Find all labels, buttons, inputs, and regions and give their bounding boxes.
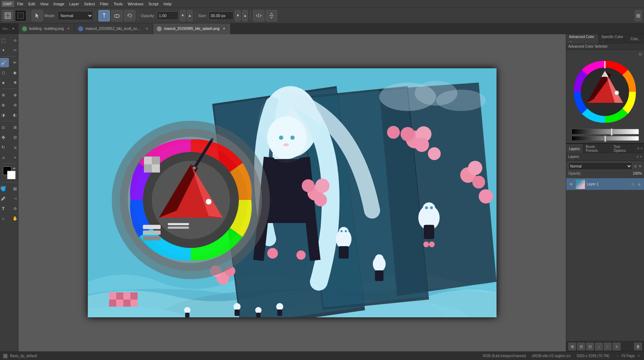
specific-color-tab[interactable]: Specific Color ... — [599, 34, 628, 43]
layer-panel-icon[interactable]: ≡ — [637, 147, 639, 150]
mypaint-tool[interactable]: ❋ — [9, 78, 18, 87]
scale-tool[interactable]: ⇲ — [9, 143, 18, 152]
tool-options-tab[interactable]: Tool Options — [611, 144, 636, 153]
layer-visibility-toggle[interactable]: 👁 — [568, 181, 574, 187]
gegl-tool[interactable]: ⊘ — [9, 204, 18, 213]
color-wheel-area[interactable]: ⊟ — [566, 50, 644, 143]
tab1-close[interactable]: × — [66, 26, 71, 31]
layer-mask-icon[interactable]: ◼ — [636, 181, 642, 187]
gradient-handle[interactable] — [611, 128, 613, 136]
flip-vertical-button[interactable] — [266, 10, 277, 21]
opacity-down-button[interactable]: ▼ — [180, 10, 186, 21]
move-layer-down-button[interactable]: ↓ — [595, 343, 603, 350]
menu-layer[interactable]: Layer — [67, 1, 81, 7]
hand-tool[interactable]: ✋ — [9, 214, 18, 223]
align-tool[interactable]: ⊞ — [9, 123, 18, 132]
crop-tool[interactable]: ⊟ — [9, 133, 18, 142]
layers-tab[interactable]: Layers — [566, 144, 583, 153]
advanced-color-tab[interactable]: Advanced Color ... — [566, 34, 599, 43]
opacity-up-button[interactable]: ▲ — [187, 10, 193, 21]
menu-filter[interactable]: Filter — [98, 1, 111, 7]
rotate-tool[interactable]: ↻ — [0, 143, 9, 152]
flip-horizontal-button[interactable] — [253, 10, 264, 21]
eraser-button[interactable] — [111, 10, 123, 21]
paint-brush-button[interactable] — [98, 10, 110, 21]
layer-chain-icon[interactable]: ⛓ — [630, 181, 635, 187]
rect-select-tool[interactable]: ⬚ — [0, 36, 9, 45]
menu-windows[interactable]: Windows — [125, 1, 146, 7]
menu-help[interactable]: Help — [161, 1, 174, 7]
menu-script[interactable]: Script — [146, 1, 161, 7]
ink-tool[interactable]: ◈ — [0, 78, 9, 87]
perspective-tool[interactable]: ⊠ — [0, 100, 9, 110]
zoom-out-button[interactable]: − — [615, 354, 620, 359]
duplicate-layer-button[interactable]: ⊡ — [586, 343, 594, 350]
desaturate-tool[interactable]: ◐ — [9, 110, 18, 120]
reset-button[interactable] — [124, 10, 135, 21]
color-tab3[interactable]: Colo... — [628, 34, 644, 43]
eyedropper-tool[interactable]: 💉 — [0, 194, 9, 203]
background-color[interactable] — [7, 171, 16, 179]
fg-color-button[interactable] — [15, 10, 26, 21]
size-up-button[interactable]: ▲ — [242, 10, 248, 21]
layer-settings-icon[interactable]: ⚙ — [634, 164, 637, 168]
layers-close-icon[interactable]: × — [640, 155, 642, 159]
perspective2-tool[interactable]: ⋄ — [9, 153, 18, 162]
tab-mascot-glow[interactable]: mascot_20150812_kiki_scott_cover_f_glow.… — [75, 23, 153, 34]
hue-slider[interactable] — [571, 136, 639, 141]
layers-options-icon[interactable]: ≡ — [637, 155, 639, 159]
move-layer-up-button[interactable]: ↑ — [604, 343, 612, 350]
layer-options-button[interactable]: ≡ — [613, 343, 621, 350]
tab2-close[interactable]: × — [144, 26, 149, 31]
paintbrush-tool[interactable]: 🖌 — [0, 58, 9, 67]
smudge-tool[interactable]: ⊜ — [9, 100, 18, 110]
opacity-input[interactable] — [157, 11, 178, 20]
text-tool[interactable]: T — [0, 204, 9, 213]
airbrush-tool[interactable]: ◉ — [9, 68, 18, 77]
color-options-icon[interactable]: ⊟ — [639, 52, 642, 57]
tab-mascot-splash[interactable]: mascot_20150905_kiki_splash.png × — [153, 23, 230, 34]
eraser-tool[interactable]: ◻ — [0, 68, 9, 77]
size-down-button[interactable]: ▼ — [235, 10, 241, 21]
layer-panel-close[interactable]: × — [640, 147, 643, 150]
tool-preset-button[interactable] — [2, 10, 14, 21]
gradient-tool[interactable]: ▤ — [9, 184, 18, 193]
dodge-burn-tool[interactable]: ◑ — [0, 110, 9, 120]
blend-mode-select[interactable]: Normal — [58, 11, 93, 20]
delete-layer-button[interactable]: 🗑 — [634, 343, 642, 350]
canvas-area[interactable] — [18, 34, 566, 351]
measure-tool[interactable]: ⊣ — [9, 194, 18, 203]
toolbox-close[interactable]: × — [11, 26, 16, 31]
menu-file[interactable]: File — [15, 1, 26, 7]
value-gradient-bar[interactable] — [571, 129, 639, 134]
menu-image[interactable]: Image — [51, 1, 66, 7]
brush-presets-tab[interactable]: Brush Presets — [583, 144, 611, 153]
zoom-in-button[interactable]: + — [636, 354, 641, 359]
swap-colors-icon[interactable]: ⇄ — [13, 166, 16, 170]
free-select-tool[interactable]: ⟡ — [9, 36, 18, 45]
tab3-close[interactable]: × — [222, 26, 227, 31]
clone-tool[interactable]: ⊛ — [0, 90, 9, 100]
fuzzy-select-tool[interactable]: ✦ — [0, 46, 9, 55]
pointer-tool-button[interactable] — [32, 10, 43, 21]
menu-edit[interactable]: Edit — [26, 1, 37, 7]
move-tool[interactable]: ✥ — [0, 133, 9, 142]
menu-select[interactable]: Select — [82, 1, 97, 7]
new-layer-group-button[interactable]: ⊞ — [568, 343, 576, 350]
shear-tool[interactable]: ⊿ — [0, 153, 9, 162]
rect-transform-tool[interactable]: ⊡ — [0, 123, 9, 132]
menu-tools[interactable]: Tools — [112, 1, 125, 7]
layer-filter-icon[interactable]: ▼ — [638, 164, 642, 168]
bucket-fill-tool[interactable]: 🪣 — [0, 184, 9, 193]
size-input[interactable] — [209, 11, 234, 20]
new-layer-button[interactable]: ⊟ — [577, 343, 585, 350]
fullscreen-button[interactable]: ⊞ — [635, 10, 642, 21]
layer-item[interactable]: 👁 Layer 1 ⛓ ◼ — [566, 178, 644, 190]
hue-slider-handle[interactable] — [604, 136, 606, 142]
layer-blend-mode-select[interactable]: Normal — [568, 162, 632, 170]
pencil-tool[interactable]: ✏ — [9, 58, 18, 67]
scissors-tool[interactable]: ✂ — [9, 46, 18, 55]
tab-building[interactable]: building - building.png × — [18, 23, 75, 34]
heal-tool[interactable]: ⊕ — [9, 90, 18, 100]
menu-view[interactable]: View — [38, 1, 51, 7]
